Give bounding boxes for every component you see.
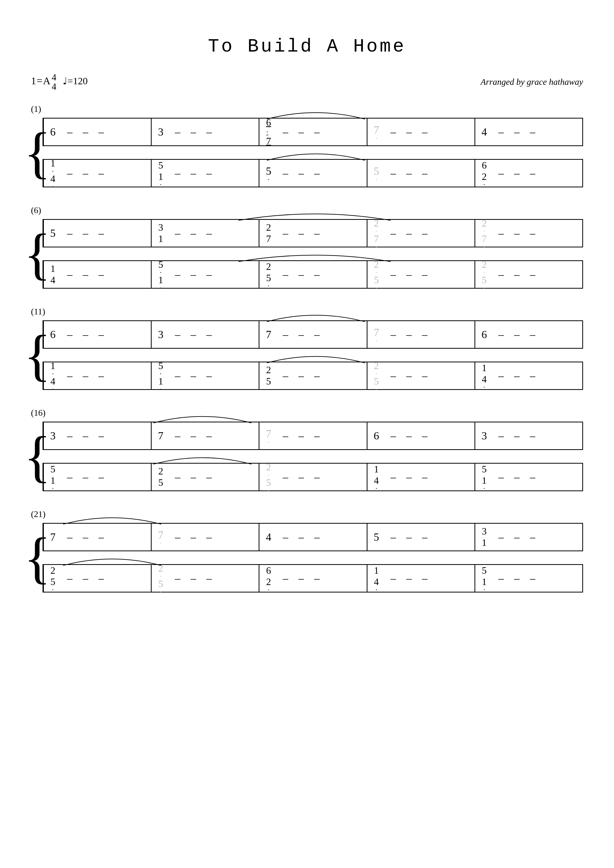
barline xyxy=(582,565,583,592)
dash: – xyxy=(391,429,396,442)
dash: – xyxy=(530,227,535,239)
dash: – xyxy=(67,471,73,483)
note: 2· 7· xyxy=(373,218,380,248)
measure-t2-5: 2· 7· – – – xyxy=(475,220,582,246)
dash: – xyxy=(314,429,320,442)
dash: – xyxy=(98,328,104,341)
measure-b3-5: 1 4· – – – xyxy=(475,362,582,389)
dash: – xyxy=(98,471,104,483)
staves-1: 6 – – – 3 – – – xyxy=(42,118,583,188)
dash: – xyxy=(191,429,196,442)
dash: – xyxy=(83,126,88,138)
dash: – xyxy=(206,126,212,138)
dash: – xyxy=(67,370,73,382)
dash: – xyxy=(514,328,520,341)
dash: – xyxy=(175,268,180,281)
dash: – xyxy=(191,167,196,179)
dash: – xyxy=(283,370,288,382)
measure-t3-4: 7· – – – xyxy=(367,321,474,348)
dash: – xyxy=(206,370,212,382)
dash: – xyxy=(514,167,520,179)
dash: – xyxy=(422,268,427,281)
measure-t1-3: 6·7 – – – xyxy=(260,119,367,145)
dash: – xyxy=(391,572,396,584)
dash: – xyxy=(499,429,504,442)
measure-t3-1: 6 – – – xyxy=(44,321,151,348)
measure-b5-3: 6 2· – – – xyxy=(260,565,367,592)
measure-b5-2: 2· 5· – – – xyxy=(152,565,259,592)
dash: – xyxy=(514,429,520,442)
system-3: (11) { 6 – – – xyxy=(31,307,583,390)
measure-b4-3: 2· 5· – – – xyxy=(260,463,367,490)
dash: – xyxy=(530,328,535,341)
measure-t5-3: 4 – – – xyxy=(260,524,367,550)
dash: – xyxy=(530,572,535,584)
dash: – xyxy=(391,167,396,179)
dash: – xyxy=(298,531,304,543)
note: 5· 1· xyxy=(157,259,165,290)
key-tempo: 1=A44 ♩=120 xyxy=(31,73,88,91)
measure-b3-4: 2· 5· – – – xyxy=(367,362,474,389)
note: 6 2· xyxy=(480,160,488,186)
bass-staff-2: 1 4 – – – 5· xyxy=(42,260,583,289)
measure-b4-4: 1 4· – – – xyxy=(367,463,474,490)
measure-b3-2: 5· 1· – – – xyxy=(152,362,259,389)
note: 1 4· xyxy=(480,362,488,389)
dash: – xyxy=(283,572,288,584)
note: 31 xyxy=(480,526,488,548)
bass-staff-4: 5 1· – – – 2 xyxy=(42,463,583,491)
measure-t2-1: 5 – – – xyxy=(44,220,151,246)
staff-separator xyxy=(42,247,583,260)
note: 4 xyxy=(264,531,272,543)
dash: – xyxy=(67,167,73,179)
measure-t5-5: 31 – – – xyxy=(475,524,582,550)
note: 2· 5· xyxy=(157,563,165,594)
treble-staff-2: 5 – – – 31 – – – xyxy=(42,219,583,247)
measure-b4-1: 5 1· – – – xyxy=(44,463,151,490)
barline xyxy=(582,160,583,187)
dash: – xyxy=(191,370,196,382)
note: 5 1· xyxy=(480,565,488,592)
measure-b1-2: 5 1· – – – xyxy=(152,160,259,187)
measure-b1-4: 5· – – – xyxy=(367,160,474,187)
measure-t1-1: 6 – – – xyxy=(44,119,151,145)
system-label-2: (6) xyxy=(31,205,583,215)
measure-t3-3: 7 – – – xyxy=(260,321,367,348)
dash: – xyxy=(67,126,73,138)
note: 6 2· xyxy=(264,565,272,592)
brace-5: { xyxy=(31,523,41,592)
dash: – xyxy=(283,227,288,239)
note: 5 1· xyxy=(157,160,165,186)
dash: – xyxy=(314,531,320,543)
dash: – xyxy=(406,370,412,382)
dash: – xyxy=(206,167,212,179)
note: 3 xyxy=(157,126,165,138)
measure-t5-2: 7· – – – xyxy=(152,524,259,550)
note: 5· xyxy=(373,165,380,181)
system-label-3: (11) xyxy=(31,307,583,316)
dash: – xyxy=(422,126,427,138)
dash: – xyxy=(298,268,304,281)
system-label-1: (1) xyxy=(31,104,583,114)
note: 6 xyxy=(49,126,57,138)
brace-container-5: { 7 – – – xyxy=(31,523,583,592)
dash: – xyxy=(175,126,180,138)
barline xyxy=(582,261,583,288)
dash: – xyxy=(98,227,104,239)
brace-1: { xyxy=(31,118,41,188)
dash: – xyxy=(298,167,304,179)
staves-3: 6 – – – 3 – – – xyxy=(42,320,583,390)
measure-t5-1: 7 – – – xyxy=(44,524,151,550)
measure-b4-2: 2 5 – – – xyxy=(152,463,259,490)
note: 2 5 xyxy=(157,466,165,488)
note: 2· 5· xyxy=(373,360,380,391)
measure-t2-3: 2 7 – – – xyxy=(260,220,367,246)
dash: – xyxy=(422,572,427,584)
dash: – xyxy=(283,471,288,483)
dash: – xyxy=(283,531,288,543)
note: 7 xyxy=(49,531,57,543)
barline xyxy=(582,422,583,449)
dash: – xyxy=(191,471,196,483)
measure-t4-5: 3 – – – xyxy=(475,422,582,449)
dash: – xyxy=(499,328,504,341)
